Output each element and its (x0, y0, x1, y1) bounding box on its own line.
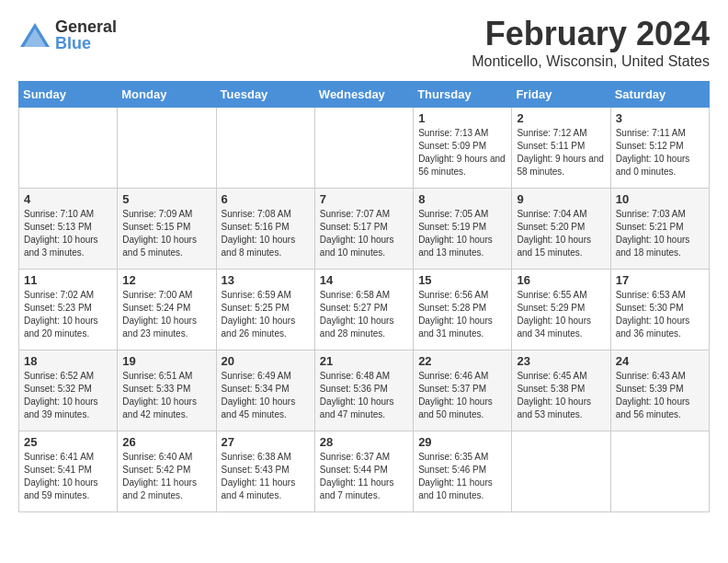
calendar-cell: 8Sunrise: 7:05 AM Sunset: 5:19 PM Daylig… (414, 189, 512, 270)
calendar-cell (610, 431, 709, 512)
calendar-cell (314, 108, 413, 189)
day-number: 8 (418, 192, 506, 206)
calendar-cell: 26Sunrise: 6:40 AM Sunset: 5:42 PM Dayli… (118, 431, 216, 512)
logo-icon (18, 21, 51, 49)
calendar-cell: 15Sunrise: 6:56 AM Sunset: 5:28 PM Dayli… (414, 270, 512, 350)
calendar-cell: 4Sunrise: 7:10 AM Sunset: 5:13 PM Daylig… (19, 189, 118, 270)
day-number: 28 (320, 435, 408, 449)
day-number: 20 (222, 354, 310, 368)
calendar-cell: 18Sunrise: 6:52 AM Sunset: 5:32 PM Dayli… (19, 350, 118, 431)
logo-text: General Blue (55, 18, 117, 52)
day-number: 12 (122, 273, 210, 287)
day-number: 16 (517, 273, 605, 287)
calendar-week-row-4: 25Sunrise: 6:41 AM Sunset: 5:41 PM Dayli… (19, 431, 710, 512)
calendar-cell: 5Sunrise: 7:09 AM Sunset: 5:15 PM Daylig… (118, 189, 216, 270)
calendar-cell (512, 431, 610, 512)
calendar-cell: 19Sunrise: 6:51 AM Sunset: 5:33 PM Dayli… (118, 350, 216, 431)
day-info: Sunrise: 7:03 AM Sunset: 5:21 PM Dayligh… (616, 208, 704, 259)
location-title: Monticello, Wisconsin, United States (472, 53, 710, 70)
day-info: Sunrise: 6:46 AM Sunset: 5:37 PM Dayligh… (418, 370, 506, 421)
col-friday: Friday (512, 82, 610, 108)
day-info: Sunrise: 7:10 AM Sunset: 5:13 PM Dayligh… (24, 208, 112, 259)
day-info: Sunrise: 6:52 AM Sunset: 5:32 PM Dayligh… (24, 370, 112, 421)
calendar-cell (216, 108, 314, 189)
calendar-cell: 11Sunrise: 7:02 AM Sunset: 5:23 PM Dayli… (19, 270, 118, 350)
logo-general-text: General (55, 18, 117, 35)
calendar-cell: 20Sunrise: 6:49 AM Sunset: 5:34 PM Dayli… (216, 350, 314, 431)
day-info: Sunrise: 6:49 AM Sunset: 5:34 PM Dayligh… (222, 370, 310, 421)
day-number: 1 (418, 111, 506, 125)
calendar-table: Sunday Monday Tuesday Wednesday Thursday… (18, 81, 710, 512)
calendar-cell: 13Sunrise: 6:59 AM Sunset: 5:25 PM Dayli… (216, 270, 314, 350)
day-info: Sunrise: 7:05 AM Sunset: 5:19 PM Dayligh… (418, 208, 506, 259)
col-sunday: Sunday (19, 82, 118, 108)
calendar-week-row-0: 1Sunrise: 7:13 AM Sunset: 5:09 PM Daylig… (19, 108, 710, 189)
calendar-cell: 28Sunrise: 6:37 AM Sunset: 5:44 PM Dayli… (314, 431, 413, 512)
calendar-header-row: Sunday Monday Tuesday Wednesday Thursday… (19, 82, 710, 108)
day-number: 6 (222, 192, 310, 206)
day-info: Sunrise: 7:09 AM Sunset: 5:15 PM Dayligh… (122, 208, 210, 259)
day-number: 13 (222, 273, 310, 287)
calendar-cell: 1Sunrise: 7:13 AM Sunset: 5:09 PM Daylig… (414, 108, 512, 189)
day-number: 24 (616, 354, 704, 368)
calendar-cell: 12Sunrise: 7:00 AM Sunset: 5:24 PM Dayli… (118, 270, 216, 350)
day-info: Sunrise: 6:37 AM Sunset: 5:44 PM Dayligh… (320, 451, 408, 502)
day-info: Sunrise: 6:59 AM Sunset: 5:25 PM Dayligh… (222, 289, 310, 340)
day-info: Sunrise: 6:55 AM Sunset: 5:29 PM Dayligh… (517, 289, 605, 340)
calendar-cell: 16Sunrise: 6:55 AM Sunset: 5:29 PM Dayli… (512, 270, 610, 350)
day-info: Sunrise: 6:53 AM Sunset: 5:30 PM Dayligh… (616, 289, 704, 340)
calendar-cell: 24Sunrise: 6:43 AM Sunset: 5:39 PM Dayli… (610, 350, 709, 431)
day-info: Sunrise: 7:11 AM Sunset: 5:12 PM Dayligh… (616, 127, 704, 178)
title-section: February 2024 Monticello, Wisconsin, Uni… (472, 15, 710, 70)
day-info: Sunrise: 6:56 AM Sunset: 5:28 PM Dayligh… (418, 289, 506, 340)
calendar-cell: 14Sunrise: 6:58 AM Sunset: 5:27 PM Dayli… (314, 270, 413, 350)
col-tuesday: Tuesday (216, 82, 314, 108)
header: General Blue February 2024 Monticello, W… (18, 15, 710, 70)
calendar-cell (19, 108, 118, 189)
day-info: Sunrise: 7:04 AM Sunset: 5:20 PM Dayligh… (517, 208, 605, 259)
calendar-cell (118, 108, 216, 189)
day-number: 27 (222, 435, 310, 449)
calendar-cell: 17Sunrise: 6:53 AM Sunset: 5:30 PM Dayli… (610, 270, 709, 350)
col-monday: Monday (118, 82, 216, 108)
day-number: 9 (517, 192, 605, 206)
logo-blue-text: Blue (55, 35, 117, 52)
day-info: Sunrise: 7:08 AM Sunset: 5:16 PM Dayligh… (222, 208, 310, 259)
day-number: 5 (122, 192, 210, 206)
day-info: Sunrise: 6:58 AM Sunset: 5:27 PM Dayligh… (320, 289, 408, 340)
day-number: 18 (24, 354, 112, 368)
day-number: 11 (24, 273, 112, 287)
col-wednesday: Wednesday (314, 82, 413, 108)
calendar-cell: 21Sunrise: 6:48 AM Sunset: 5:36 PM Dayli… (314, 350, 413, 431)
day-info: Sunrise: 6:45 AM Sunset: 5:38 PM Dayligh… (517, 370, 605, 421)
day-info: Sunrise: 6:41 AM Sunset: 5:41 PM Dayligh… (24, 451, 112, 502)
day-number: 10 (616, 192, 704, 206)
day-number: 29 (418, 435, 506, 449)
calendar-cell: 27Sunrise: 6:38 AM Sunset: 5:43 PM Dayli… (216, 431, 314, 512)
day-info: Sunrise: 7:02 AM Sunset: 5:23 PM Dayligh… (24, 289, 112, 340)
day-number: 21 (320, 354, 408, 368)
day-info: Sunrise: 6:35 AM Sunset: 5:46 PM Dayligh… (418, 451, 506, 502)
day-info: Sunrise: 6:51 AM Sunset: 5:33 PM Dayligh… (122, 370, 210, 421)
col-saturday: Saturday (610, 82, 709, 108)
day-info: Sunrise: 7:07 AM Sunset: 5:17 PM Dayligh… (320, 208, 408, 259)
day-info: Sunrise: 7:00 AM Sunset: 5:24 PM Dayligh… (122, 289, 210, 340)
calendar-cell: 9Sunrise: 7:04 AM Sunset: 5:20 PM Daylig… (512, 189, 610, 270)
calendar-cell: 3Sunrise: 7:11 AM Sunset: 5:12 PM Daylig… (610, 108, 709, 189)
day-info: Sunrise: 6:40 AM Sunset: 5:42 PM Dayligh… (122, 451, 210, 502)
day-info: Sunrise: 7:12 AM Sunset: 5:11 PM Dayligh… (517, 127, 605, 178)
calendar-week-row-2: 11Sunrise: 7:02 AM Sunset: 5:23 PM Dayli… (19, 270, 710, 350)
day-info: Sunrise: 6:38 AM Sunset: 5:43 PM Dayligh… (222, 451, 310, 502)
calendar-cell: 10Sunrise: 7:03 AM Sunset: 5:21 PM Dayli… (610, 189, 709, 270)
day-number: 17 (616, 273, 704, 287)
calendar-cell: 22Sunrise: 6:46 AM Sunset: 5:37 PM Dayli… (414, 350, 512, 431)
calendar-cell: 29Sunrise: 6:35 AM Sunset: 5:46 PM Dayli… (414, 431, 512, 512)
day-number: 25 (24, 435, 112, 449)
day-number: 26 (122, 435, 210, 449)
calendar-cell: 2Sunrise: 7:12 AM Sunset: 5:11 PM Daylig… (512, 108, 610, 189)
calendar-cell: 6Sunrise: 7:08 AM Sunset: 5:16 PM Daylig… (216, 189, 314, 270)
month-title: February 2024 (472, 15, 710, 53)
calendar-cell: 7Sunrise: 7:07 AM Sunset: 5:17 PM Daylig… (314, 189, 413, 270)
day-number: 23 (517, 354, 605, 368)
day-number: 14 (320, 273, 408, 287)
